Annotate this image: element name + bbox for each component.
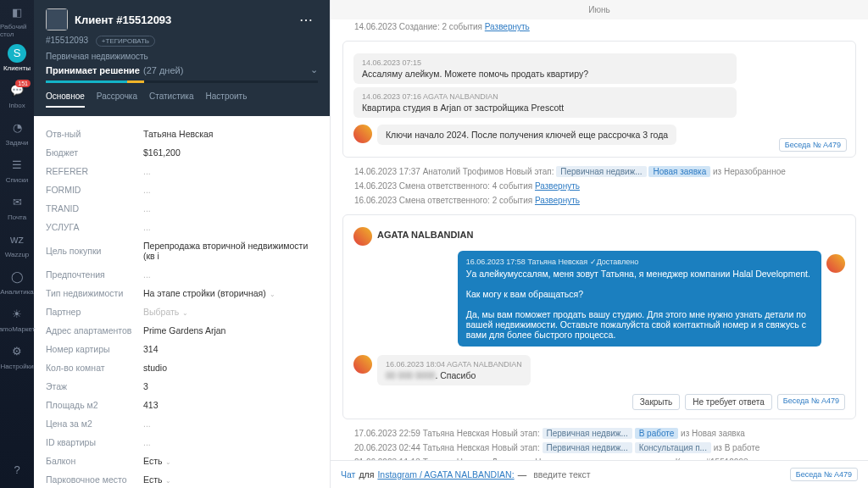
nav-help[interactable]: ?: [0, 451, 34, 488]
add-tag-button[interactable]: +ТЕГИРОВАТЬ: [96, 36, 155, 47]
month-divider: Июнь: [331, 0, 868, 19]
field-row[interactable]: FORMID...: [46, 180, 318, 199]
field-row[interactable]: REFERER...: [46, 162, 318, 180]
lead-type: Первичная недвижимость: [46, 52, 318, 61]
nav-settings[interactable]: ⚙Настройки: [0, 337, 34, 374]
no-reply-button[interactable]: Не требует ответа: [685, 394, 772, 410]
log-line: 14.06.2023 Смена ответственного: 4 событ…: [342, 179, 856, 193]
log-line: 16.06.2023 Смена ответственного: 2 событ…: [342, 193, 856, 208]
composer-input[interactable]: [530, 466, 787, 483]
tab-0[interactable]: Основное: [46, 92, 85, 108]
chat-card: 14.06.2023 07:15Ассаляму алейкум. Можете…: [342, 41, 856, 158]
thread-tag[interactable]: Беседа № А479: [779, 138, 847, 152]
composer-channel[interactable]: Instagram / AGATA NALBANDIAN:: [377, 469, 514, 480]
field-row[interactable]: Площадь м2413: [46, 396, 318, 414]
close-button[interactable]: Закрыть: [632, 394, 681, 410]
field-row[interactable]: УСЛУГА...: [46, 218, 318, 236]
nav-inbox[interactable]: 💬Inbox151: [0, 76, 34, 114]
log-line: 14.06.2023 17:37 Анатолий Трофимов Новый…: [342, 164, 856, 179]
pipeline-bar: [46, 80, 318, 83]
nav-analytics[interactable]: ◯Аналитика: [0, 263, 34, 300]
chat-pane: Июнь 14.06.2023 Создание: 2 события Разв…: [331, 0, 868, 488]
nav-wazzup[interactable]: wzWazzup: [0, 225, 34, 263]
nav-market[interactable]: ☀amoМаркет: [0, 300, 34, 337]
lead-id: #15512093: [46, 36, 88, 45]
expand-link[interactable]: Развернуть: [485, 22, 530, 31]
field-row[interactable]: Парковочное местоЕсть⌄: [46, 470, 318, 488]
field-row[interactable]: БалконЕсть⌄: [46, 452, 318, 470]
expand-link[interactable]: Развернуть: [535, 181, 580, 191]
avatar: [353, 355, 372, 374]
field-row[interactable]: Предпочтения...: [46, 265, 318, 284]
nav-clients[interactable]: SКлиенты: [0, 39, 34, 76]
nav-mail[interactable]: ✉Почта: [0, 188, 34, 225]
log-line: 17.06.2023 22:59 Татьяна Невская Новый э…: [342, 426, 856, 441]
field-row[interactable]: Отв-ныйТатьяна Невская: [46, 125, 318, 143]
nav-desk[interactable]: ◧Рабочий стол: [0, 2, 34, 39]
lead-tabs: ОсновноеРассрочкаСтатистикаНастроить: [46, 92, 318, 108]
tab-2[interactable]: Статистика: [149, 92, 194, 108]
avatar: [46, 8, 68, 30]
field-row[interactable]: Кол-во комнатstudio: [46, 358, 318, 377]
lead-fields: Отв-ныйТатьяна НевскаяБюджет$161,200REFE…: [34, 116, 330, 488]
field-row[interactable]: Этаж3: [46, 377, 318, 396]
field-row[interactable]: TRANID...: [46, 199, 318, 218]
nav-lists[interactable]: ☰Списки: [0, 151, 34, 188]
field-row[interactable]: ID квартиры...: [46, 433, 318, 452]
composer-thread-tag[interactable]: Беседа № А479: [790, 468, 858, 481]
field-row[interactable]: Тип недвижимостиНа этапе стройки (вторич…: [46, 284, 318, 302]
expand-link[interactable]: Развернуть: [535, 196, 580, 205]
composer: Чат для Instagram / AGATA NALBANDIAN: — …: [331, 460, 868, 488]
message-out: 16.06.2023 17:58 Татьяна Невская ✓Достав…: [458, 251, 821, 347]
log-line: 20.06.2023 02:44 Татьяна Невская Новый э…: [342, 441, 856, 455]
tab-3[interactable]: Настроить: [206, 92, 248, 108]
nav-rail: ◧Рабочий столSКлиенты💬Inbox151◔Задачи☰Сп…: [0, 0, 34, 488]
field-row[interactable]: Цель покупкиПерепродажа вторичной недвиж…: [46, 236, 318, 265]
field-row[interactable]: Цена за м2...: [46, 414, 318, 433]
lead-header: Клиент #15512093 ⋯ #15512093 +ТЕГИРОВАТЬ…: [34, 0, 330, 116]
composer-prefix[interactable]: Чат: [341, 469, 355, 480]
field-row[interactable]: Бюджет$161,200: [46, 143, 318, 162]
more-icon[interactable]: ⋯: [294, 12, 318, 28]
field-row[interactable]: Номер картиры314: [46, 340, 318, 358]
lead-title: Клиент #15512093: [75, 14, 287, 26]
chat-card: AGATA NALBANDIAN16.06.2023 17:58 Татьяна…: [342, 214, 856, 419]
field-row[interactable]: Адрес апартаментовPrime Gardens Arjan: [46, 321, 318, 340]
nav-tasks[interactable]: ◔Задачи: [0, 114, 34, 151]
message-in: 16.06.2023 18:04 AGATA NALBANDIAN00 000 …: [377, 355, 531, 385]
avatar: [826, 254, 845, 273]
field-row[interactable]: ПартнерВыбрать⌄: [46, 302, 318, 321]
avatar: [353, 227, 372, 246]
avatar: [353, 125, 372, 143]
stage-select[interactable]: Принимает решение(27 дней) ⌄: [46, 64, 318, 75]
lead-panel: Клиент #15512093 ⋯ #15512093 +ТЕГИРОВАТЬ…: [34, 0, 331, 488]
tab-1[interactable]: Рассрочка: [97, 92, 137, 108]
chevron-down-icon: ⌄: [310, 64, 318, 75]
log-line: 14.06.2023 Создание: 2 события Развернут…: [342, 19, 856, 34]
thread-tag[interactable]: Беседа № А479: [777, 394, 845, 410]
